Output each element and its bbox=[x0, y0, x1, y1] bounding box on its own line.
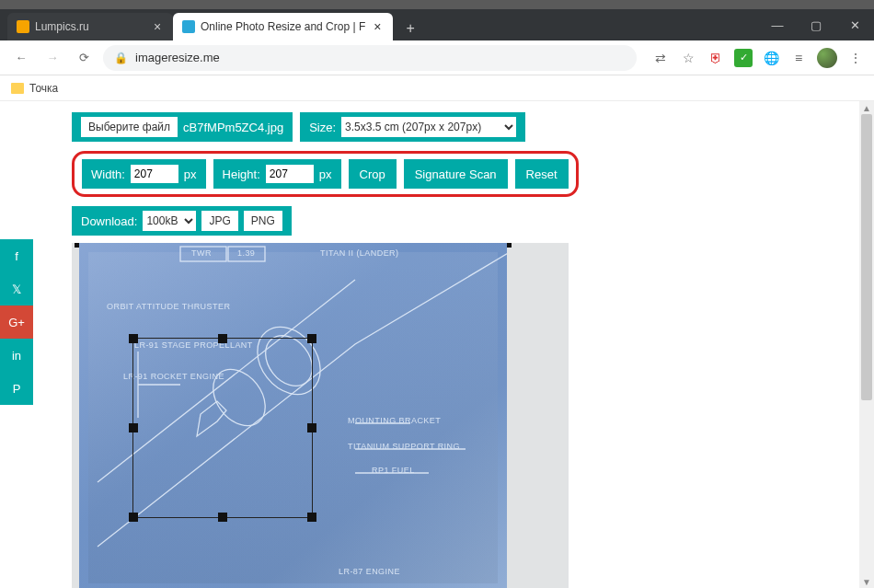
label-right-title: TITAN II (LANDER) bbox=[320, 248, 399, 258]
crop-handle-t[interactable] bbox=[218, 334, 227, 343]
twitter-button[interactable]: 𝕏 bbox=[0, 272, 33, 306]
scroll-up-icon[interactable]: ▲ bbox=[859, 101, 874, 114]
tab-imageresize[interactable]: Online Photo Resize and Crop | F × bbox=[173, 13, 393, 40]
crop-selection[interactable] bbox=[132, 338, 313, 518]
scroll-down-icon[interactable]: ▼ bbox=[859, 575, 874, 588]
close-window-button[interactable]: ✕ bbox=[835, 9, 874, 40]
tab-lumpics[interactable]: Lumpics.ru × bbox=[7, 13, 173, 40]
height-label: Height: bbox=[223, 167, 260, 181]
tab-favicon bbox=[182, 20, 195, 33]
tab-title: Lumpics.ru bbox=[35, 20, 145, 33]
reload-button[interactable]: ⟳ bbox=[72, 46, 96, 70]
check-ext-icon[interactable]: ✓ bbox=[734, 49, 753, 67]
height-unit: px bbox=[319, 167, 332, 181]
lock-icon: 🔒 bbox=[114, 52, 128, 64]
address-bar: ← → ⟳ 🔒 imageresize.me ⇄ ☆ ⛨ ✓ 🌐 ≡ ⋮ bbox=[0, 40, 874, 75]
crop-handle-tr[interactable] bbox=[307, 334, 316, 343]
translate-icon[interactable]: ⇄ bbox=[651, 49, 670, 67]
extension-icons: ⇄ ☆ ⛨ ✓ 🌐 ≡ ⋮ bbox=[644, 48, 865, 68]
png-button[interactable]: PNG bbox=[244, 211, 282, 231]
toolbar-rows: Выберите файл cB7fMPm5ZC4.jpg Size: 3.5x… bbox=[0, 101, 874, 243]
gplus-button[interactable]: G+ bbox=[0, 306, 33, 339]
label-fuel: RP1 FUEL bbox=[372, 466, 415, 475]
download-pill: Download: 100kB JPG PNG bbox=[72, 206, 292, 236]
tab-favicon bbox=[17, 20, 29, 33]
crop-handle-bl[interactable] bbox=[129, 513, 138, 522]
new-tab-button[interactable]: + bbox=[398, 17, 422, 40]
crop-button[interactable]: Crop bbox=[349, 159, 397, 189]
browser-window: Lumpics.ru × Online Photo Resize and Cro… bbox=[0, 0, 874, 588]
width-input[interactable] bbox=[131, 165, 178, 183]
width-pill: Width: px bbox=[82, 159, 206, 189]
profile-avatar[interactable] bbox=[817, 48, 837, 68]
scrollbar[interactable]: ▲ ▼ bbox=[859, 101, 874, 588]
pinterest-button[interactable]: P bbox=[0, 372, 33, 405]
size-select[interactable]: 3.5x3.5 cm (207px x 207px) bbox=[341, 117, 516, 137]
label-bottom-engine: LR-87 ENGINE bbox=[339, 567, 400, 576]
linkedin-button[interactable]: in bbox=[0, 339, 33, 372]
reading-list-icon[interactable]: ≡ bbox=[789, 49, 808, 67]
height-pill: Height: px bbox=[213, 159, 341, 189]
label-twr: TWR bbox=[191, 248, 212, 258]
jpg-button[interactable]: JPG bbox=[201, 211, 237, 231]
tab-strip: Lumpics.ru × Online Photo Resize and Cro… bbox=[0, 9, 874, 40]
scroll-thumb[interactable] bbox=[861, 114, 872, 400]
bookmark-label: Точка bbox=[29, 82, 58, 95]
crop-handle-l[interactable] bbox=[129, 423, 138, 432]
close-icon[interactable]: × bbox=[371, 20, 384, 33]
url-text: imageresize.me bbox=[135, 51, 220, 64]
row-file: Выберите файл cB7fMPm5ZC4.jpg Size: 3.5x… bbox=[72, 112, 863, 142]
dimensions-highlight: Width: px Height: px Crop Signature Scan… bbox=[72, 151, 579, 197]
adblock-icon[interactable]: ⛨ bbox=[707, 49, 725, 67]
crop-handle-br[interactable] bbox=[307, 513, 316, 522]
url-box[interactable]: 🔒 imageresize.me bbox=[103, 45, 637, 71]
back-button[interactable]: ← bbox=[9, 46, 33, 70]
image-editor: TWR 1.39 TITAN II (LANDER) ORBIT ATTITUD… bbox=[72, 243, 569, 588]
titlebar bbox=[0, 0, 874, 9]
download-size-select[interactable]: 100kB bbox=[143, 211, 196, 231]
star-icon[interactable]: ☆ bbox=[679, 49, 697, 67]
crop-handle-tl[interactable] bbox=[129, 334, 138, 343]
width-label: Width: bbox=[91, 167, 125, 181]
kebab-menu-icon[interactable]: ⋮ bbox=[846, 49, 865, 67]
folder-icon bbox=[11, 83, 24, 94]
bookmarks-bar: Точка bbox=[0, 75, 874, 101]
tab-title: Online Photo Resize and Crop | F bbox=[201, 20, 365, 33]
size-pill: Size: 3.5x3.5 cm (207px x 207px) bbox=[300, 112, 525, 142]
label-bracket: MOUNTING BRACKET bbox=[348, 416, 441, 425]
minimize-button[interactable]: — bbox=[758, 9, 797, 40]
forward-button: → bbox=[40, 46, 64, 70]
height-input[interactable] bbox=[266, 165, 314, 183]
filename-label: cB7fMPm5ZC4.jpg bbox=[183, 121, 283, 134]
label-ring: TITANIUM SUPPORT RING bbox=[348, 442, 460, 451]
label-thruster: ORBIT ATTITUDE THRUSTER bbox=[107, 302, 230, 311]
maximize-button[interactable]: ▢ bbox=[797, 9, 835, 40]
bookmark-tochka[interactable]: Точка bbox=[11, 82, 58, 95]
size-label: Size: bbox=[309, 121, 336, 134]
page-content: f 𝕏 G+ in P Выберите файл cB7fMPm5ZC4.jp… bbox=[0, 101, 874, 588]
facebook-button[interactable]: f bbox=[0, 239, 33, 272]
globe-icon[interactable]: 🌐 bbox=[762, 49, 780, 67]
label-val: 1.39 bbox=[237, 248, 255, 258]
reset-button[interactable]: Reset bbox=[515, 159, 569, 189]
crop-handle-r[interactable] bbox=[307, 423, 316, 432]
file-pill: Выберите файл cB7fMPm5ZC4.jpg bbox=[72, 112, 293, 142]
scroll-track[interactable] bbox=[861, 114, 872, 575]
crop-handle-b[interactable] bbox=[218, 513, 227, 522]
social-sidebar: f 𝕏 G+ in P bbox=[0, 239, 33, 405]
download-label: Download: bbox=[81, 214, 137, 228]
signature-scan-button[interactable]: Signature Scan bbox=[404, 159, 508, 189]
close-icon[interactable]: × bbox=[151, 20, 164, 33]
row-download: Download: 100kB JPG PNG bbox=[72, 206, 863, 236]
width-unit: px bbox=[184, 167, 197, 181]
choose-file-button[interactable]: Выберите файл bbox=[81, 117, 178, 137]
window-controls: — ▢ ✕ bbox=[758, 9, 874, 40]
